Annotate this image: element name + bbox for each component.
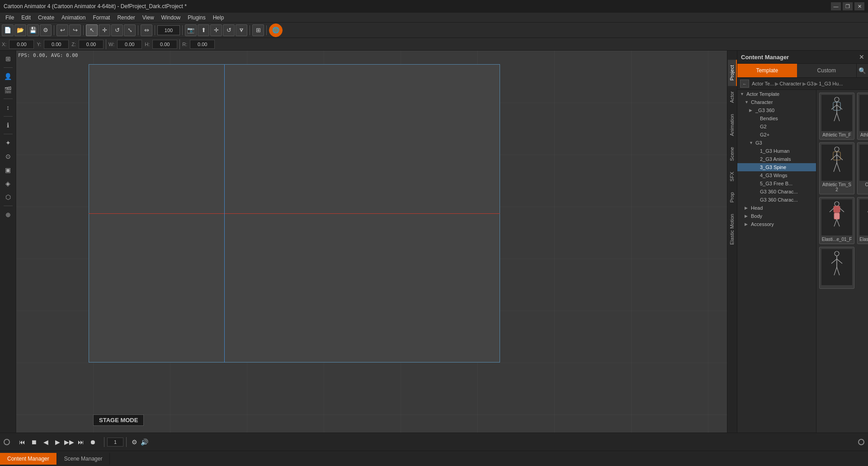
tree-g3-360[interactable]: ▶ _G3 360 xyxy=(737,106,816,114)
menu-animation[interactable]: Animation xyxy=(58,14,89,22)
asset-caveman[interactable]: Caveman xyxy=(857,142,868,194)
left-tool-info[interactable]: ℹ xyxy=(2,119,14,132)
menu-window[interactable]: Window xyxy=(158,14,184,22)
asset-elastic-01-f[interactable]: Elasti...e_01_F xyxy=(819,197,854,244)
tree-g2plus[interactable]: G2+ xyxy=(737,131,816,139)
camera-button[interactable]: 📷 xyxy=(185,24,197,36)
move-button[interactable]: ✛ xyxy=(99,24,110,36)
settings-playback-button[interactable]: ⚙ xyxy=(129,437,139,447)
tree-g3-animals[interactable]: 2_G3 Animals xyxy=(737,155,816,163)
asset-athletic-tim-f[interactable]: Athletic Tim_F xyxy=(819,93,854,140)
coord-w[interactable] xyxy=(117,40,142,49)
minimize-button[interactable]: — xyxy=(831,2,841,10)
coord-h[interactable] xyxy=(152,40,177,49)
flip-button[interactable]: ⇔ xyxy=(141,24,152,36)
menu-view[interactable]: View xyxy=(139,14,158,22)
asset-athletic-tim-s2[interactable]: Athletic Tim_S2 xyxy=(819,142,854,194)
tree-actor-template[interactable]: ▼ Actor Template xyxy=(737,90,816,98)
play-last-button[interactable]: ⏭ xyxy=(76,437,86,447)
vtab-prop[interactable]: Prop xyxy=(728,187,737,208)
tree-g3-free[interactable]: 5_G3 Free B... xyxy=(737,179,816,188)
tree-accessory[interactable]: ▶ Accessory xyxy=(737,220,816,228)
audio-button[interactable]: 🔊 xyxy=(139,437,149,447)
cm-search-button[interactable]: 🔍 xyxy=(856,64,868,77)
cm-back-button[interactable]: ← xyxy=(740,80,749,88)
tree-character[interactable]: ▼ Character xyxy=(737,98,816,106)
asset-athletic-tim-s[interactable]: Athletic Tim_S xyxy=(857,93,868,140)
play-stop-button[interactable]: ⏹ xyxy=(29,437,39,447)
menu-plugins[interactable]: Plugins xyxy=(184,14,209,22)
tree-body[interactable]: ▶ Body xyxy=(737,212,816,220)
play-next-button[interactable]: ▶▶ xyxy=(64,437,74,447)
tree-g3-wings[interactable]: 4_G3 Wings xyxy=(737,171,816,179)
select-button[interactable]: ↖ xyxy=(86,24,98,36)
tree-g3-spine[interactable]: 3_G3 Spine xyxy=(737,163,816,171)
tree-g3-human[interactable]: 1_G3 Human xyxy=(737,147,816,155)
vtab-scene[interactable]: Scene xyxy=(728,141,737,166)
cm-close-button[interactable]: ✕ xyxy=(859,53,864,61)
left-tool-mesh[interactable]: ⬡ xyxy=(2,191,14,203)
bottom-tab-scene-manager[interactable]: Scene Manager xyxy=(57,453,110,465)
menu-create[interactable]: Create xyxy=(34,14,58,22)
coord-y[interactable] xyxy=(44,40,69,49)
frame-number-input[interactable] xyxy=(107,438,123,447)
play-play-button[interactable]: ▶ xyxy=(52,437,62,447)
tree-g3[interactable]: ▼ G3 xyxy=(737,139,816,147)
panels-button[interactable]: ⊞ xyxy=(252,24,264,36)
bottom-tab-content-manager[interactable]: Content Manager xyxy=(0,453,57,465)
play-record-button[interactable]: ⏺ xyxy=(88,437,98,447)
coord-z[interactable] xyxy=(79,40,104,49)
tree-g3-360-char2[interactable]: G3 360 Charac... xyxy=(737,196,816,204)
open-button[interactable]: 📂 xyxy=(14,24,26,36)
tree-g3-360-char1[interactable]: G3 360 Charac... xyxy=(737,188,816,196)
coord-x[interactable] xyxy=(9,40,34,49)
zoom-input[interactable] xyxy=(157,25,180,35)
settings-button[interactable]: ⚙ xyxy=(40,24,52,36)
cm-tab-template[interactable]: Template xyxy=(737,64,797,77)
tree-head[interactable]: ▶ Head xyxy=(737,204,816,212)
left-tool-deform[interactable]: ◈ xyxy=(2,177,14,190)
left-tool-grid[interactable]: ⊞ xyxy=(2,52,14,65)
menu-format[interactable]: Format xyxy=(89,14,113,22)
asset-more-1[interactable] xyxy=(819,247,854,289)
scale-button[interactable]: ⤡ xyxy=(124,24,136,36)
preview-button[interactable]: 🌐 xyxy=(269,24,283,37)
vtab-animation[interactable]: Animation xyxy=(728,108,737,141)
left-tool-ik[interactable]: ⊙ xyxy=(2,150,14,163)
asset-elastic-01-s[interactable]: Elasti...e_01_S xyxy=(857,197,868,244)
align-button[interactable]: ⬆ xyxy=(198,24,209,36)
refresh-button[interactable]: ↺ xyxy=(223,24,235,36)
menu-render[interactable]: Render xyxy=(113,14,138,22)
canvas-area[interactable]: FPS: 0.00, AVG: 0.00 STAGE MODE xyxy=(16,51,727,433)
vtab-actor[interactable]: Actor xyxy=(728,86,737,108)
vtab-project[interactable]: Project xyxy=(728,60,737,86)
left-tool-bone[interactable]: ✦ xyxy=(2,137,14,149)
menu-edit[interactable]: Edit xyxy=(18,14,34,22)
vtab-sfx[interactable]: SFX xyxy=(728,166,737,187)
undo-button[interactable]: ↩ xyxy=(57,24,68,36)
close-button[interactable]: ✕ xyxy=(854,2,864,10)
menu-file[interactable]: File xyxy=(2,14,18,22)
transform-button[interactable]: ✛ xyxy=(210,24,222,36)
save-button[interactable]: 💾 xyxy=(27,24,39,36)
redo-button[interactable]: ↪ xyxy=(69,24,81,36)
breadcrumb-actor-template[interactable]: Actor Te... xyxy=(752,81,774,86)
left-tool-scene[interactable]: 🎬 xyxy=(2,84,14,96)
tree-g2[interactable]: G2 xyxy=(737,122,816,131)
breadcrumb-g3[interactable]: G3 xyxy=(807,81,814,86)
vtab-elastic[interactable]: Elastic Motion xyxy=(728,208,737,250)
left-tool-motion[interactable]: ↕ xyxy=(2,101,14,114)
play-first-button[interactable]: ⏮ xyxy=(17,437,27,447)
maximize-button[interactable]: ❐ xyxy=(843,2,853,10)
shape-button[interactable]: ⛛ xyxy=(236,24,247,36)
rotate-button[interactable]: ↺ xyxy=(111,24,123,36)
breadcrumb-g3hu[interactable]: 1_G3 Hu... xyxy=(819,81,843,86)
play-prev-button[interactable]: ◀ xyxy=(41,437,51,447)
left-tool-extra1[interactable]: ⊕ xyxy=(2,208,14,221)
left-tool-skin[interactable]: ▣ xyxy=(2,164,14,176)
menu-help[interactable]: Help xyxy=(209,14,228,22)
tree-bendies[interactable]: Bendies xyxy=(737,114,816,122)
breadcrumb-character[interactable]: Character xyxy=(779,81,801,86)
new-button[interactable]: 📄 xyxy=(2,24,14,36)
left-tool-actor[interactable]: 👤 xyxy=(2,70,14,83)
